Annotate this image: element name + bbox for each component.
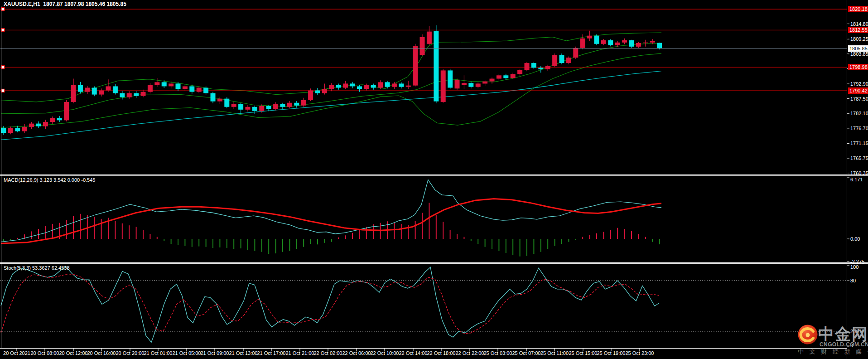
time-tick-label: 21 Oct 17:00 <box>257 350 286 356</box>
time-tick-label: 20 Oct 12:00 <box>59 350 88 356</box>
time-tick-label: 22 Oct 10:00 <box>371 350 399 356</box>
price-tick-label: 1792.90 <box>850 81 868 87</box>
macd-tick-label: -2.275 <box>850 259 864 264</box>
chart-title: XAUUSD.E,H1 1807.87 1807.98 1805.46 1805… <box>4 1 126 7</box>
macd-indicator-label: MACD(12,26,9) 3.123 3.542 0.000 -0.545 <box>4 177 95 183</box>
candles-layer <box>1 25 662 135</box>
price-tick-label: 1776.70 <box>850 126 868 131</box>
price-line-badge: 1812.55 <box>848 27 868 33</box>
price-line-badge: 1790.42 <box>848 87 868 94</box>
time-tick-label: 21 Oct 01:00 <box>144 350 173 356</box>
time-tick-label: 25 Oct 03:00 <box>484 350 512 356</box>
price-tick-label: 1803.85 <box>850 51 868 57</box>
time-tick-label: 21 Oct 09:00 <box>201 350 229 356</box>
cngold-logo-icon <box>796 323 820 346</box>
chart-canvas[interactable] <box>0 0 868 359</box>
price-tick-label: 1787.50 <box>850 96 868 102</box>
time-tick-label: 22 Oct 06:00 <box>342 350 371 356</box>
time-tick-label: 20 Oct 2021 <box>3 350 30 356</box>
time-tick-label: 22 Oct 14:00 <box>399 350 428 356</box>
price-tick-label: 1760.35 <box>850 170 868 176</box>
time-tick-label: 25 Oct 15:00 <box>569 350 598 356</box>
time-tick-label: 22 Oct 18:00 <box>427 350 456 356</box>
price-line-badge: 1798.98 <box>848 64 868 70</box>
stoch-tick-label: 100 <box>850 264 858 270</box>
current-price-badge: 1805.85 <box>848 45 868 52</box>
time-tick-label: 21 Oct 13:00 <box>229 350 258 356</box>
price-tick-label: 1771.15 <box>850 141 868 146</box>
time-tick-label: 21 Oct 05:00 <box>173 350 201 356</box>
price-line-badge: 1820.18 <box>848 6 868 12</box>
price-tick-label: 1809.25 <box>850 36 868 42</box>
trading-chart-window: XAUUSD.E,H1 1807.87 1807.98 1805.46 1805… <box>0 0 868 359</box>
time-tick-label: 25 Oct 19:00 <box>597 350 626 356</box>
price-tick-label: 1814.80 <box>850 21 868 27</box>
macd-tick-label: 6.171 <box>850 177 863 182</box>
price-tick-label: 1765.75 <box>850 155 868 161</box>
stoch-tick-label: 80 <box>850 278 856 283</box>
time-tick-label: 25 Oct 11:00 <box>540 350 569 356</box>
time-tick-label: 25 Oct 07:00 <box>512 350 541 356</box>
time-tick-label: 22 Oct 02:00 <box>314 350 342 356</box>
watermark-tagline: 中 文 财 经 新 媒 体 <box>798 348 868 356</box>
stoch-layer <box>0 267 847 342</box>
price-tick-label: 1782.10 <box>850 111 868 116</box>
time-tick-label: 20 Oct 20:00 <box>116 350 145 356</box>
macd-layer <box>1 180 661 257</box>
time-tick-label: 20 Oct 08:00 <box>31 350 59 356</box>
macd-tick-label: 0.00 <box>850 236 860 242</box>
watermark-domain: CNGOLD.COM.CN <box>820 341 868 348</box>
time-tick-label: 21 Oct 21:00 <box>286 350 314 356</box>
time-tick-label: 22 Oct 22:00 <box>456 350 484 356</box>
time-tick-label: 25 Oct 23:00 <box>626 350 654 356</box>
stoch-indicator-label: Stoch(5,3,3) 53.3627 62.4538 <box>4 265 70 271</box>
time-tick-label: 20 Oct 16:00 <box>87 350 116 356</box>
